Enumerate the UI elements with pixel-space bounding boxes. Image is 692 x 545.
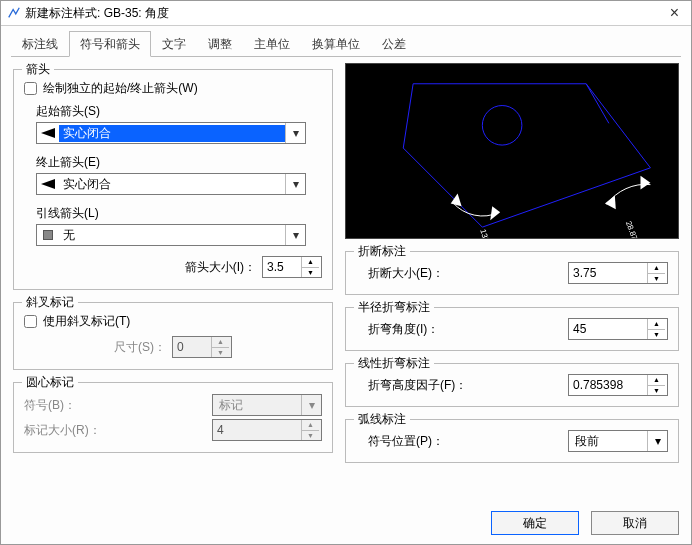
end-arrow-label: 终止箭头(E) [36, 154, 322, 171]
leader-arrow-value: 无 [59, 227, 285, 244]
titlebar: 新建标注样式: GB-35: 角度 × [1, 1, 691, 26]
arc-pos-combo[interactable]: 段前 ▾ [568, 430, 668, 452]
chevron-down-icon: ▾ [301, 395, 321, 415]
separate-arrows-label: 绘制独立的起始/终止箭头(W) [43, 80, 198, 97]
start-arrow-select[interactable]: 实心闭合 ▾ [36, 122, 306, 144]
tab-fit[interactable]: 调整 [197, 31, 243, 57]
start-arrow-label: 起始箭头(S) [36, 103, 322, 120]
arrow-size-label: 箭头大小(I)： [185, 259, 256, 276]
tab-tolerances[interactable]: 公差 [371, 31, 417, 57]
separate-arrows-checkbox[interactable] [24, 82, 37, 95]
app-icon [7, 6, 21, 20]
end-arrow-select[interactable]: 实心闭合 ▾ [36, 173, 306, 195]
svg-marker-5 [605, 195, 616, 209]
linear-factor-label: 折弯高度因子(F)： [368, 377, 568, 394]
separate-arrows-checkbox-row[interactable]: 绘制独立的起始/终止箭头(W) [24, 80, 322, 97]
spinner-up-icon: ▲ [212, 337, 229, 348]
svg-marker-6 [641, 176, 651, 190]
chevron-down-icon: ▾ [285, 123, 305, 143]
end-arrow-value: 实心闭合 [59, 176, 285, 193]
center-size-label: 标记大小(R)： [24, 422, 101, 439]
oblique-size-spinner: ▲▼ [172, 336, 232, 358]
spinner-down-icon: ▼ [302, 431, 319, 441]
center-symbol-combo: 标记 ▾ [212, 394, 322, 416]
group-arrows-title: 箭头 [22, 61, 54, 78]
arrow-size-spinner[interactable]: ▲▼ [262, 256, 322, 278]
close-button[interactable]: × [664, 4, 685, 22]
ok-button[interactable]: 确定 [491, 511, 579, 535]
use-oblique-checkbox[interactable] [24, 315, 37, 328]
dialog-footer: 确定 取消 [1, 506, 691, 544]
break-size-label: 折断大小(E)： [368, 265, 568, 282]
window-title: 新建标注样式: GB-35: 角度 [25, 5, 664, 22]
spinner-up-icon[interactable]: ▲ [648, 263, 665, 274]
start-arrow-icon [37, 123, 59, 143]
center-symbol-value: 标记 [213, 397, 301, 414]
radial-angle-label: 折弯角度(I)： [368, 321, 568, 338]
dimension-preview: 135.27° 28.87° [345, 63, 679, 239]
spinner-up-icon[interactable]: ▲ [648, 375, 665, 386]
group-break: 折断标注 折断大小(E)： ▲▼ [345, 251, 679, 295]
group-linear-jog: 线性折弯标注 折弯高度因子(F)： ▲▼ [345, 363, 679, 407]
leader-arrow-label: 引线箭头(L) [36, 205, 322, 222]
oblique-size-input [173, 337, 211, 357]
group-arc-title: 弧线标注 [354, 411, 410, 428]
radial-angle-spinner[interactable]: ▲▼ [568, 318, 668, 340]
linear-factor-spinner[interactable]: ▲▼ [568, 374, 668, 396]
tab-alternate-units[interactable]: 换算单位 [301, 31, 371, 57]
leader-arrow-icon [37, 225, 59, 245]
group-center-title: 圆心标记 [22, 374, 78, 391]
spinner-down-icon[interactable]: ▼ [648, 330, 665, 340]
right-column: 135.27° 28.87° 折断标注 折断大小(E)： ▲▼ [345, 63, 679, 498]
spinner-up-icon: ▲ [302, 420, 319, 431]
start-arrow-value: 实心闭合 [59, 125, 285, 142]
group-arrows: 箭头 绘制独立的起始/终止箭头(W) 起始箭头(S) 实心闭合 ▾ 终止箭头(E… [13, 69, 333, 290]
spinner-down-icon: ▼ [212, 348, 229, 358]
svg-line-1 [586, 84, 609, 124]
spinner-down-icon[interactable]: ▼ [648, 274, 665, 284]
oblique-size-label: 尺寸(S)： [114, 339, 166, 356]
tab-bar: 标注线 符号和箭头 文字 调整 主单位 换算单位 公差 [11, 31, 681, 57]
left-column: 箭头 绘制独立的起始/终止箭头(W) 起始箭头(S) 实心闭合 ▾ 终止箭头(E… [13, 63, 333, 498]
tab-primary-units[interactable]: 主单位 [243, 31, 301, 57]
center-size-input [213, 420, 301, 440]
group-break-title: 折断标注 [354, 243, 410, 260]
spinner-down-icon[interactable]: ▼ [302, 268, 319, 278]
center-symbol-label: 符号(B)： [24, 397, 76, 414]
dialog-window: 新建标注样式: GB-35: 角度 × 标注线 符号和箭头 文字 调整 主单位 … [0, 0, 692, 545]
spinner-down-icon[interactable]: ▼ [648, 386, 665, 396]
svg-marker-3 [451, 194, 462, 207]
chevron-down-icon: ▾ [285, 174, 305, 194]
break-size-input[interactable] [569, 263, 647, 283]
tab-text[interactable]: 文字 [151, 31, 197, 57]
arrow-size-input[interactable] [263, 257, 301, 277]
arc-pos-value: 段前 [569, 433, 647, 450]
group-oblique-title: 斜叉标记 [22, 294, 78, 311]
center-size-spinner: ▲▼ [212, 419, 322, 441]
preview-angle-1: 135.27° [478, 228, 494, 238]
radial-angle-input[interactable] [569, 319, 647, 339]
break-size-spinner[interactable]: ▲▼ [568, 262, 668, 284]
cancel-button[interactable]: 取消 [591, 511, 679, 535]
group-linear-title: 线性折弯标注 [354, 355, 434, 372]
preview-angle-2: 28.87° [624, 220, 640, 238]
spinner-up-icon[interactable]: ▲ [648, 319, 665, 330]
leader-arrow-select[interactable]: 无 ▾ [36, 224, 306, 246]
group-oblique: 斜叉标记 使用斜叉标记(T) 尺寸(S)： ▲▼ [13, 302, 333, 370]
svg-marker-4 [490, 206, 500, 220]
group-arc: 弧线标注 符号位置(P)： 段前 ▾ [345, 419, 679, 463]
chevron-down-icon: ▾ [647, 431, 667, 451]
svg-point-2 [482, 106, 522, 146]
group-radial-jog: 半径折弯标注 折弯角度(I)： ▲▼ [345, 307, 679, 351]
spinner-up-icon[interactable]: ▲ [302, 257, 319, 268]
group-radial-title: 半径折弯标注 [354, 299, 434, 316]
tab-symbols-arrows[interactable]: 符号和箭头 [69, 31, 151, 57]
tab-lines[interactable]: 标注线 [11, 31, 69, 57]
tab-content: 箭头 绘制独立的起始/终止箭头(W) 起始箭头(S) 实心闭合 ▾ 终止箭头(E… [1, 57, 691, 506]
use-oblique-label: 使用斜叉标记(T) [43, 313, 130, 330]
group-center-mark: 圆心标记 符号(B)： 标记 ▾ 标记大小(R)： ▲▼ [13, 382, 333, 453]
use-oblique-checkbox-row[interactable]: 使用斜叉标记(T) [24, 313, 322, 330]
linear-factor-input[interactable] [569, 375, 647, 395]
arc-pos-label: 符号位置(P)： [368, 433, 568, 450]
chevron-down-icon: ▾ [285, 225, 305, 245]
